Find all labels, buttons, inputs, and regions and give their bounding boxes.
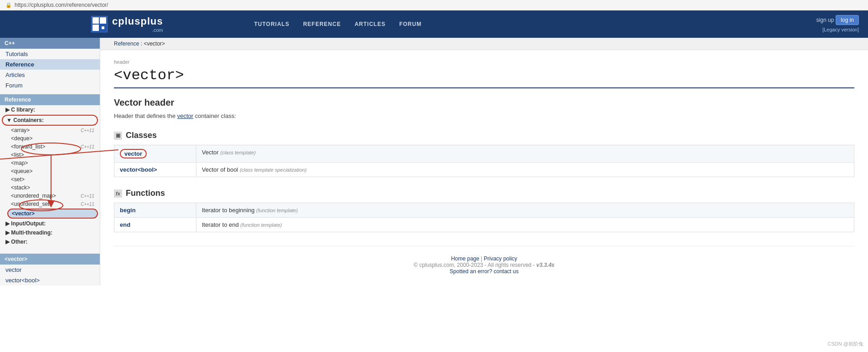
- classes-heading: Classes: [126, 131, 157, 140]
- ref-item-9[interactable]: <stack>: [0, 184, 100, 192]
- breadcrumb-reference[interactable]: Reference: [114, 41, 139, 47]
- ref-item-10[interactable]: <unordered_map>C++11: [0, 192, 100, 200]
- sidebar-cpp-forum[interactable]: Forum: [0, 80, 100, 91]
- functions-icon: fx: [114, 189, 122, 198]
- ref-item-label-5: <list>: [11, 152, 24, 158]
- svg-rect-5: [102, 26, 104, 29]
- footer-home[interactable]: Home page: [451, 255, 479, 262]
- footer-spotted-link[interactable]: Spotted an error? contact us: [450, 268, 519, 275]
- classes-icon: ▣: [114, 132, 122, 140]
- vector-item-vectorbool[interactable]: vector<bool>: [0, 275, 100, 286]
- top-nav-item-tutorials[interactable]: TUTORIALS: [254, 21, 289, 27]
- ref-item-11[interactable]: <unordered_set>C++11: [0, 200, 100, 208]
- sidebar-divider-2: [0, 246, 100, 250]
- cpp-items: TutorialsReferenceArticlesForum: [0, 49, 100, 91]
- class-link-0[interactable]: vector: [120, 149, 147, 158]
- ref-item-1[interactable]: ▼ Containers:: [2, 115, 98, 126]
- ref-item-13[interactable]: ▶ Input/Output:: [0, 219, 100, 228]
- sign-up-button[interactable]: sign up: [817, 17, 834, 23]
- sidebar-cpp-articles[interactable]: Articles: [0, 70, 100, 80]
- sidebar: C++ TutorialsReferenceArticlesForum Refe…: [0, 38, 100, 286]
- ref-item-3[interactable]: <deque>: [0, 134, 100, 143]
- ref-items: ▶ C library:▼ Containers:<array>C++11<de…: [0, 105, 100, 246]
- class-desc-cell-0: Vector (class template): [196, 145, 854, 163]
- classes-section: ▣ Classes vectorVector (class template)v…: [114, 131, 854, 177]
- function-link-1[interactable]: end: [120, 221, 130, 228]
- legacy-version[interactable]: [Legacy version]: [822, 27, 859, 32]
- top-nav-item-articles[interactable]: ARTICLES: [354, 21, 385, 27]
- logo-icon: [91, 16, 108, 32]
- footer-sep: |: [479, 255, 484, 262]
- footer-spotted: Spotted an error? contact us: [123, 268, 845, 275]
- top-nav-item-reference[interactable]: REFERENCE: [303, 21, 341, 27]
- ref-item-label-13: ▶ Input/Output:: [5, 220, 46, 227]
- svg-rect-2: [100, 17, 106, 24]
- footer-privacy[interactable]: Privacy policy: [484, 255, 517, 262]
- svg-rect-3: [92, 25, 99, 31]
- content-header-label: header: [114, 59, 854, 65]
- ref-item-15[interactable]: ▶ Other:: [0, 237, 100, 246]
- log-in-button[interactable]: log in: [836, 15, 859, 25]
- footer-version: v3.3.4s: [536, 262, 555, 268]
- functions-title: fx Functions: [114, 189, 854, 198]
- url-bar: 🔒 https://cplusplus.com/reference/vector…: [0, 0, 868, 10]
- content-subtitle: Vector header: [114, 97, 854, 108]
- desc-suffix: container class:: [193, 112, 236, 119]
- ref-item-7[interactable]: <queue>: [0, 167, 100, 175]
- ref-item-5[interactable]: <list>: [0, 151, 100, 159]
- url-text: https://cplusplus.com/reference/vector/: [15, 2, 108, 8]
- ref-item-4[interactable]: <forward_list>C++11: [0, 143, 100, 151]
- function-type-0: (function template): [256, 208, 298, 213]
- functions-heading: Functions: [126, 189, 165, 198]
- desc-link[interactable]: vector: [177, 112, 193, 119]
- ref-item-12[interactable]: <vector>: [7, 209, 98, 219]
- breadcrumb-current: <vector>: [144, 41, 165, 47]
- ref-item-label-4: <forward_list>: [11, 143, 45, 150]
- vector-section-header: <vector>: [0, 254, 100, 265]
- function-type-1: (function template): [241, 222, 282, 228]
- main-layout: C++ TutorialsReferenceArticlesForum Refe…: [0, 38, 868, 344]
- ref-item-label-9: <stack>: [11, 184, 30, 191]
- function-desc-cell-0: Iterator to beginning (function template…: [196, 203, 854, 218]
- footer-links: Home page | Privacy policy: [123, 255, 845, 262]
- sidebar-cpp-reference[interactable]: Reference: [0, 59, 100, 70]
- ref-item-2[interactable]: <array>C++11: [0, 126, 100, 134]
- ref-item-0[interactable]: ▶ C library:: [0, 105, 100, 114]
- sidebar-cpp-tutorials[interactable]: Tutorials: [0, 49, 100, 59]
- classes-table: vectorVector (class template)vector<bool…: [114, 145, 854, 177]
- top-nav: TUTORIALSREFERENCEARTICLESFORUM: [254, 21, 421, 27]
- ref-item-14[interactable]: ▶ Multi-threading:: [0, 228, 100, 237]
- function-link-0[interactable]: begin: [120, 207, 136, 214]
- ref-item-label-1: ▼ Containers:: [6, 117, 44, 123]
- ref-item-label-12: <vector>: [12, 210, 35, 217]
- cxx11-badge-2: C++11: [81, 128, 94, 133]
- top-nav-item-forum[interactable]: FORUM: [399, 21, 421, 27]
- logo-area: cplusplus .com: [91, 15, 163, 33]
- ref-item-label-14: ▶ Multi-threading:: [5, 230, 52, 236]
- ref-item-label-6: <map>: [11, 160, 28, 166]
- class-desc-cell-1: Vector of bool (class template specializ…: [196, 163, 854, 177]
- sidebar-wrapper: C++ TutorialsReferenceArticlesForum Refe…: [0, 38, 100, 344]
- footer: Home page | Privacy policy © cplusplus.c…: [114, 246, 854, 284]
- auth-buttons: sign up log in: [817, 15, 859, 25]
- functions-section: fx Functions beginIterator to beginning …: [114, 189, 854, 232]
- breadcrumb-separator: :: [139, 41, 144, 47]
- logo-com: .com: [112, 27, 163, 33]
- sidebar-divider: [0, 91, 100, 94]
- content-area: Reference : <vector> header <vector> Vec…: [100, 38, 868, 344]
- desc-text: Header that defines the: [114, 112, 177, 119]
- ref-item-label-15: ▶ Other:: [5, 239, 27, 245]
- vector-items: vectorvector<bool>: [0, 265, 100, 286]
- watermark: CSDN @初阶兔: [828, 341, 863, 344]
- svg-rect-1: [92, 17, 99, 24]
- class-link-1[interactable]: vector<bool>: [120, 166, 157, 173]
- cxx11-badge-10: C++11: [81, 194, 94, 199]
- ref-item-8[interactable]: <set>: [0, 175, 100, 184]
- classes-title: ▣ Classes: [114, 131, 854, 140]
- vector-item-vector[interactable]: vector: [0, 265, 100, 275]
- ref-item-6[interactable]: <map>: [0, 159, 100, 167]
- ref-item-label-2: <array>: [11, 127, 30, 133]
- footer-copyright: © cplusplus.com, 2000-2023 - All rights …: [123, 262, 845, 268]
- content-description: Header that defines the vector container…: [114, 112, 854, 119]
- ref-item-label-0: ▶ C library:: [5, 107, 35, 113]
